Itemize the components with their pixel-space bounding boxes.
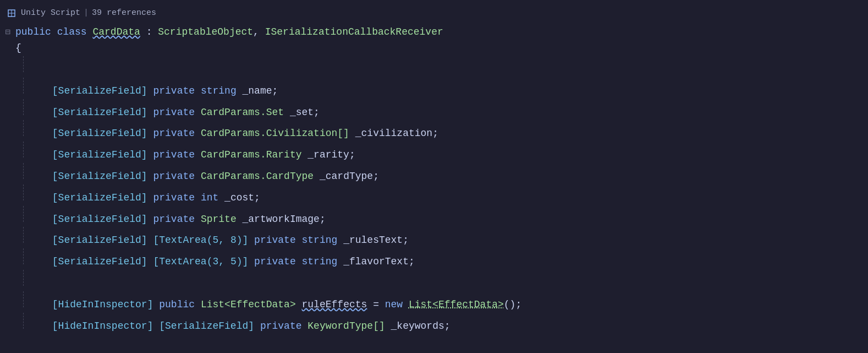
field-ruleeffects: ruleEffects — [302, 299, 367, 310]
line-3-content — [31, 62, 859, 78]
comma-1: , — [253, 26, 265, 37]
open-brace: { — [15, 42, 21, 53]
indent-guide-14 — [15, 291, 31, 307]
code-line-13 — [0, 270, 868, 291]
kw-private-7: private — [153, 149, 200, 160]
indent-guide-11 — [15, 227, 31, 243]
code-line-2: { — [0, 40, 868, 56]
indent-guide-line-9 — [23, 184, 24, 200]
indent-guide-10 — [15, 206, 31, 222]
indent-guide-line-11 — [23, 227, 24, 243]
indent-guide-line-8 — [23, 163, 24, 179]
scriptable-object: ScriptableObject — [158, 26, 253, 37]
kw-private-6: private — [153, 128, 200, 139]
line-9-content: [SerializeField] private int _cost; — [31, 190, 859, 206]
field-_civilization: _civilization; — [355, 128, 438, 139]
field-_cost: _cost; — [224, 192, 260, 203]
attr-textarea-12: [TextArea(3, 5)] — [153, 256, 254, 267]
kw-private-12: private — [254, 256, 301, 267]
code-area: ⊟ public class CardData : ScriptableObje… — [0, 24, 868, 334]
indent-guide-6 — [15, 120, 31, 136]
interface-name: ISerializationCallbackReceiver — [265, 26, 443, 37]
indent-guide-4 — [15, 78, 31, 94]
line-5-content: [SerializeField] private CardParams.Set … — [31, 105, 859, 121]
indent-guide-line-3 — [23, 56, 24, 72]
indent-guide-5 — [15, 99, 31, 115]
code-line-3 — [0, 56, 868, 78]
attr-hide-15: [HideInInspector] — [52, 321, 159, 332]
attr-serialize-9: [SerializeField] — [52, 192, 153, 203]
line-4-content: [SerializeField] private string _name; — [31, 83, 859, 99]
code-line-6: [SerializeField] private CardParams.Civi… — [0, 120, 868, 142]
kw-private-4: private — [153, 85, 200, 96]
line-6-content: [SerializeField] private CardParams.Civi… — [31, 126, 859, 142]
field-_name: _name; — [243, 85, 278, 96]
line-2-content: { — [15, 40, 859, 56]
kw-private-10: private — [153, 214, 200, 225]
assign-op-14: = — [367, 299, 384, 310]
indent-guide-line-12 — [23, 248, 24, 264]
indent-guide-15 — [15, 313, 31, 329]
type-keywordtype: KeywordType[] — [307, 321, 391, 332]
attr-serialize-15: [SerializeField] — [159, 321, 260, 332]
kw-private-5: private — [153, 107, 200, 118]
field-_keywords: _keywords; — [391, 321, 451, 332]
kw-private-11: private — [254, 235, 301, 246]
indent-guide-8 — [15, 163, 31, 179]
editor-container: Unity Script | 39 references ⊟ public cl… — [0, 0, 868, 353]
indent-guide-line-15 — [23, 313, 24, 329]
attr-serialize-6: [SerializeField] — [52, 128, 153, 139]
code-line-4: [SerializeField] private string _name; — [0, 78, 868, 99]
kw-string-4: string — [201, 85, 243, 96]
field-_rarity: _rarity; — [307, 149, 355, 160]
line-1-content: public class CardData : ScriptableObject… — [15, 24, 859, 40]
indent-guide-line-4 — [23, 78, 24, 94]
type-list-effectdata: List<EffectData> — [201, 299, 302, 310]
type-cardparams-rarity: CardParams.Rarity — [201, 149, 307, 160]
code-line-9: [SerializeField] private int _cost; — [0, 184, 868, 206]
code-line-5: [SerializeField] private CardParams.Set … — [0, 99, 868, 121]
indent-guide-3 — [15, 56, 31, 72]
attr-textarea-11: [TextArea(5, 8)] — [153, 235, 254, 246]
code-line-7: [SerializeField] private CardParams.Rari… — [0, 142, 868, 163]
attr-serialize-4: [SerializeField] — [52, 85, 153, 96]
class-name: CardData — [92, 26, 140, 37]
attr-serialize-10: [SerializeField] — [52, 214, 153, 225]
kw-private-15: private — [260, 321, 307, 332]
indent-guide-line-7 — [23, 142, 24, 158]
parens-14: (); — [504, 299, 521, 310]
kw-string-12: string — [302, 256, 344, 267]
kw-string-11: string — [302, 235, 344, 246]
line-10-content: [SerializeField] private Sprite _artwork… — [31, 211, 859, 227]
attr-serialize-12: [SerializeField] — [52, 256, 153, 267]
kw-private-9: private — [153, 192, 200, 203]
title-separator: | — [84, 7, 89, 20]
title-references: 39 references — [92, 7, 156, 20]
unity-icon — [7, 8, 17, 18]
fold-minus-icon[interactable]: ⊟ — [5, 26, 10, 40]
indent-guide-line-13 — [23, 270, 24, 286]
line-14-content: [HideInInspector] public List<EffectData… — [31, 297, 859, 313]
indent-guide-line-14 — [23, 291, 24, 307]
kw-class: class — [57, 26, 93, 37]
field-_rulestext: _rulesText; — [343, 235, 409, 246]
field-_set: _set; — [290, 107, 320, 118]
colon-1: : — [140, 26, 158, 37]
attr-hide-14: [HideInInspector] — [52, 299, 159, 310]
line-12-content: [SerializeField] [TextArea(3, 5)] privat… — [31, 254, 859, 270]
code-line-12: [SerializeField] [TextArea(3, 5)] privat… — [0, 248, 868, 270]
kw-int-9: int — [201, 192, 224, 203]
indent-guide-7 — [15, 142, 31, 158]
type-sprite: Sprite — [201, 214, 243, 225]
line-11-content: [SerializeField] [TextArea(5, 8)] privat… — [31, 232, 859, 248]
code-line-8: [SerializeField] private CardParams.Card… — [0, 163, 868, 184]
indent-guide-13 — [15, 270, 31, 286]
fold-gutter-1[interactable]: ⊟ — [0, 26, 15, 40]
kw-public: public — [15, 26, 57, 37]
kw-new-14: new — [385, 299, 409, 310]
code-line-11: [SerializeField] [TextArea(5, 8)] privat… — [0, 227, 868, 248]
type-cardparams-set: CardParams.Set — [201, 107, 290, 118]
attr-serialize-5: [SerializeField] — [52, 107, 153, 118]
indent-guide-line-6 — [23, 120, 24, 136]
attr-serialize-8: [SerializeField] — [52, 171, 153, 182]
